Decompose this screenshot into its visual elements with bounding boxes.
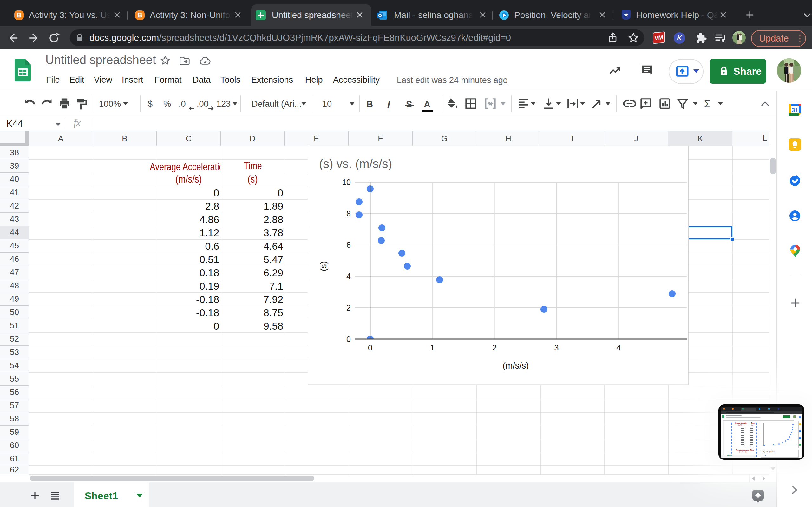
svg-text:2: 2	[346, 303, 351, 312]
svg-text:8: 8	[346, 209, 351, 218]
svg-text:4: 4	[346, 272, 351, 281]
svg-text:31: 31	[792, 107, 798, 113]
svg-text:4: 4	[616, 343, 621, 352]
svg-text:2: 2	[492, 343, 497, 352]
svg-text:10: 10	[342, 178, 351, 187]
svg-text:(m/s/s): (m/s/s)	[503, 361, 529, 371]
svg-text:0: 0	[368, 343, 372, 352]
svg-text:(s): (s)	[319, 261, 328, 271]
svg-text:6: 6	[346, 240, 351, 249]
svg-text:(s) vs. (m/s/s): (s) vs. (m/s/s)	[319, 157, 392, 170]
svg-text:3: 3	[554, 343, 559, 352]
svg-text:1: 1	[430, 343, 435, 352]
svg-text:0: 0	[346, 335, 351, 343]
